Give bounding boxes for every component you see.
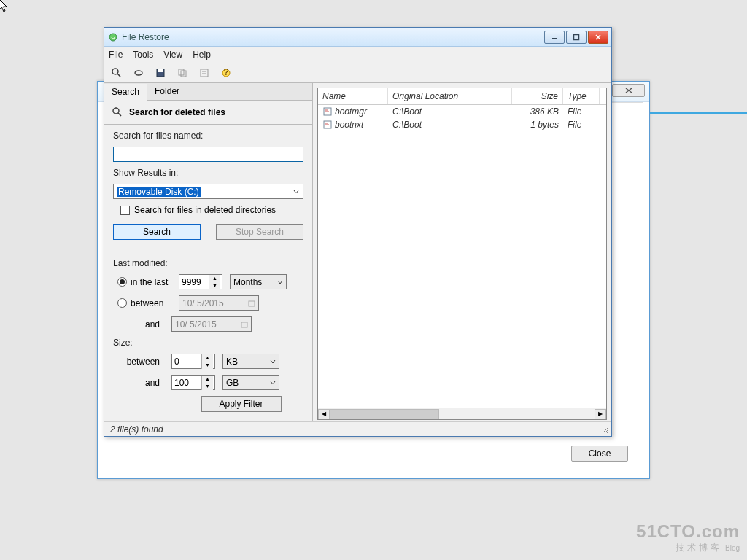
results-list[interactable]: Name Original Location Size Type bootmgr… xyxy=(317,88,607,420)
horizontal-scrollbar[interactable]: ◀ ▶ xyxy=(318,408,606,419)
search-header-title: Search for deleted files xyxy=(129,107,225,117)
col-size[interactable]: Size xyxy=(512,88,563,104)
col-location[interactable]: Original Location xyxy=(388,88,512,104)
window-close-button[interactable] xyxy=(588,31,608,44)
titlebar[interactable]: File Restore xyxy=(104,28,611,47)
window-title: File Restore xyxy=(122,32,544,42)
file-icon xyxy=(322,106,333,117)
menubar: File Tools View Help xyxy=(104,47,611,63)
show-results-label: Show Results in: xyxy=(113,168,303,178)
scroll-thumb[interactable] xyxy=(330,409,439,419)
menu-tools[interactable]: Tools xyxy=(133,50,153,60)
properties-icon[interactable] xyxy=(196,65,212,81)
deleted-dirs-label: Search for files in deleted directories xyxy=(134,205,276,215)
calendar-icon xyxy=(241,321,248,328)
chevron-down-icon xyxy=(277,279,283,285)
svg-rect-17 xyxy=(249,301,255,306)
radio-in-the-last[interactable] xyxy=(117,277,127,287)
menu-help[interactable]: Help xyxy=(193,50,211,60)
search-header: Search for deleted files xyxy=(104,101,312,125)
svg-text:?: ? xyxy=(224,67,229,77)
apply-filter-button[interactable]: Apply Filter xyxy=(201,396,282,412)
svg-line-4 xyxy=(117,74,120,77)
menu-view[interactable]: View xyxy=(163,50,182,60)
svg-point-0 xyxy=(109,34,117,41)
resize-grip-icon[interactable] xyxy=(601,426,610,435)
menu-file[interactable]: File xyxy=(109,50,123,60)
last-modified-label: Last modified: xyxy=(113,258,303,268)
deleted-dirs-checkbox[interactable] xyxy=(120,206,130,215)
minimize-button[interactable] xyxy=(544,31,565,44)
table-row[interactable]: bootmgrC:\Boot386 KBFile xyxy=(318,105,606,118)
size-to-spinner[interactable]: ▲▼ xyxy=(171,375,215,390)
help-icon[interactable]: ? xyxy=(218,65,234,81)
search-header-icon xyxy=(112,106,123,118)
date-from-picker[interactable]: 10/ 5/2015 xyxy=(179,295,259,311)
connector-line xyxy=(650,112,747,114)
size-label: Size: xyxy=(113,338,303,348)
background-close-button[interactable] xyxy=(612,84,645,97)
col-type[interactable]: Type xyxy=(563,88,600,104)
toolbar: ? xyxy=(104,63,611,83)
right-pane: Name Original Location Size Type bootmgr… xyxy=(313,83,611,421)
scroll-left-icon[interactable]: ◀ xyxy=(318,409,330,419)
search-icon[interactable] xyxy=(109,65,125,81)
copy-icon[interactable] xyxy=(174,65,190,81)
size-from-unit-dropdown[interactable]: KB xyxy=(222,354,279,369)
show-results-dropdown[interactable]: Removable Disk (C:) xyxy=(113,184,303,199)
in-last-spinner[interactable]: ▲▼ xyxy=(179,274,222,289)
svg-rect-2 xyxy=(574,34,579,39)
close-button[interactable]: Close xyxy=(571,446,628,462)
calendar-icon xyxy=(248,300,255,307)
scroll-right-icon[interactable]: ▶ xyxy=(595,409,606,419)
date-to-picker[interactable]: 10/ 5/2015 xyxy=(171,316,252,332)
mouse-cursor-icon xyxy=(0,0,10,15)
table-row[interactable]: bootnxtC:\Boot1 bytesFile xyxy=(318,118,606,131)
named-label: Search for files named: xyxy=(113,131,303,141)
chevron-down-icon xyxy=(270,380,276,386)
in-last-unit-dropdown[interactable]: Months xyxy=(230,274,287,289)
erase-icon[interactable] xyxy=(131,65,147,81)
svg-line-16 xyxy=(118,113,121,116)
stop-search-button: Stop Search xyxy=(216,224,303,240)
svg-point-3 xyxy=(112,69,118,74)
save-icon[interactable] xyxy=(152,65,169,81)
chevron-down-icon xyxy=(270,359,276,365)
file-restore-window: File Restore File Tools View Help ? Sear… xyxy=(104,27,612,437)
status-text: 2 file(s) found xyxy=(110,424,163,435)
tab-search[interactable]: Search xyxy=(104,84,147,101)
file-icon xyxy=(322,120,333,130)
svg-rect-10 xyxy=(201,69,208,77)
search-button[interactable]: Search xyxy=(113,224,201,240)
svg-rect-18 xyxy=(241,322,247,327)
tab-folder[interactable]: Folder xyxy=(147,83,187,100)
app-icon xyxy=(107,31,119,43)
chevron-down-icon xyxy=(293,188,300,195)
col-name[interactable]: Name xyxy=(318,88,388,104)
radio-between[interactable] xyxy=(117,298,127,308)
size-to-unit-dropdown[interactable]: GB xyxy=(222,375,279,390)
search-name-input[interactable] xyxy=(113,147,303,162)
watermark: 51CTO.com 技术博客Blog xyxy=(636,521,740,554)
left-pane: Search Folder Search for deleted files S… xyxy=(104,83,313,421)
svg-point-15 xyxy=(113,108,119,114)
statusbar: 2 file(s) found xyxy=(104,421,611,436)
maximize-button[interactable] xyxy=(566,31,587,44)
svg-point-5 xyxy=(135,71,142,75)
size-from-spinner[interactable]: ▲▼ xyxy=(171,354,215,369)
list-header[interactable]: Name Original Location Size Type xyxy=(318,88,606,105)
svg-rect-7 xyxy=(158,69,163,72)
tab-strip: Search Folder xyxy=(104,83,312,101)
